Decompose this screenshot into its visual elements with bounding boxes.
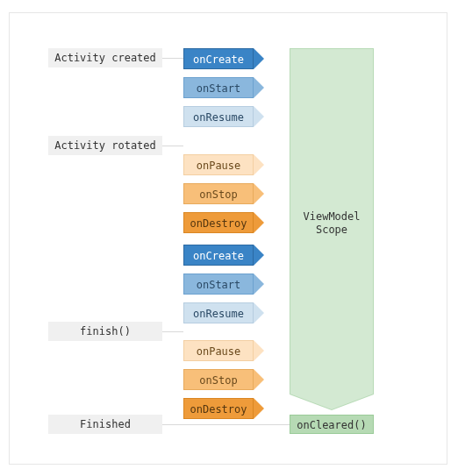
callback-label: onStart [183, 77, 254, 98]
connector-0 [162, 58, 183, 59]
callback-ondestroy-11: onDestroy [183, 398, 264, 419]
arrow-tip-icon [254, 340, 264, 361]
arrow-tip-icon [254, 154, 264, 175]
arrow-tip-icon [254, 183, 264, 204]
callback-onstart-1: onStart [183, 77, 264, 98]
callback-label: onCreate [183, 48, 254, 69]
viewmodel-scope-column: ViewModelScope [290, 48, 374, 394]
callback-onpause-9: onPause [183, 340, 264, 361]
state-label-finish: finish() [48, 322, 162, 341]
oncleared-label: onCleared() [290, 415, 374, 434]
arrow-tip-icon [254, 274, 264, 295]
callback-onstart-7: onStart [183, 274, 264, 295]
arrow-tip-icon [254, 77, 264, 98]
diagram-canvas: Activity createdActivity rotatedfinish()… [0, 0, 458, 476]
state-label-rotated: Activity rotated [48, 136, 162, 155]
callback-label: onResume [183, 106, 254, 127]
callback-label: onPause [183, 154, 254, 175]
callback-label: onCreate [183, 245, 254, 266]
callback-ondestroy-5: onDestroy [183, 212, 264, 233]
callback-onstop-4: onStop [183, 183, 264, 204]
callback-oncreate-6: onCreate [183, 245, 264, 266]
arrow-tip-icon [254, 302, 264, 323]
callback-oncreate-0: onCreate [183, 48, 264, 69]
arrow-tip-icon [254, 212, 264, 233]
callback-label: onStart [183, 274, 254, 295]
callback-label: onStop [183, 183, 254, 204]
callback-onstop-10: onStop [183, 369, 264, 390]
arrow-tip-icon [254, 398, 264, 419]
arrow-tip-icon [254, 48, 264, 69]
viewmodel-arrow-tip-icon [290, 394, 374, 409]
state-label-created: Activity created [48, 48, 162, 67]
viewmodel-scope-label: ViewModelScope [290, 210, 373, 238]
callback-label: onResume [183, 302, 254, 323]
state-label-finished: Finished [48, 415, 162, 434]
callback-label: onStop [183, 369, 254, 390]
connector-1 [162, 146, 183, 146]
callback-onresume-2: onResume [183, 106, 264, 127]
arrow-tip-icon [254, 106, 264, 127]
connector-3 [162, 424, 310, 425]
callback-onresume-8: onResume [183, 302, 264, 323]
callback-label: onDestroy [183, 398, 254, 419]
callback-onpause-3: onPause [183, 154, 264, 175]
callback-label: onDestroy [183, 212, 254, 233]
callback-label: onPause [183, 340, 254, 361]
arrow-tip-icon [254, 245, 264, 266]
arrow-tip-icon [254, 369, 264, 390]
connector-2 [162, 331, 183, 332]
